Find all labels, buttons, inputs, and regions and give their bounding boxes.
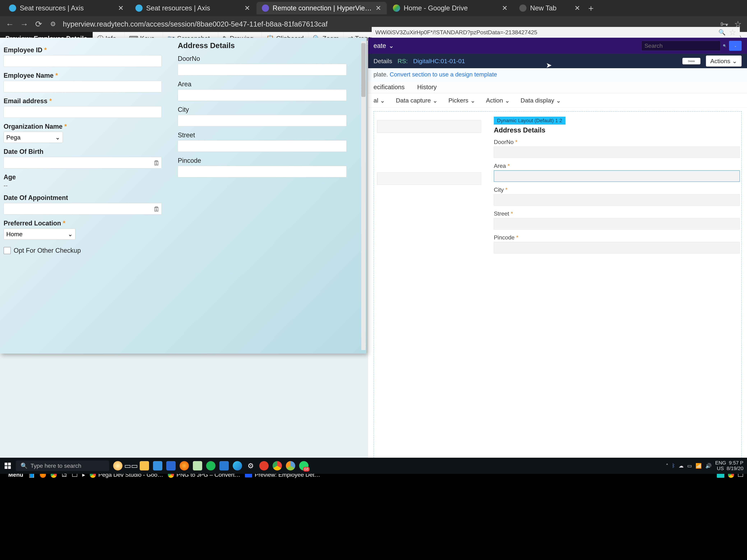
canvas-input-doorno[interactable] bbox=[494, 146, 740, 158]
favicon-blank-icon bbox=[519, 4, 526, 12]
preview-popup: Employee ID * Employee Name * Email addr… bbox=[0, 38, 366, 354]
close-icon[interactable]: ✕ bbox=[375, 5, 381, 11]
tray-chevron-icon[interactable]: ˄ bbox=[666, 463, 668, 469]
tab-hyperview[interactable]: Remote connection | HyperVie… ✕ bbox=[256, 2, 387, 15]
mail-icon[interactable] bbox=[166, 461, 176, 471]
tab-specifications[interactable]: ecifications bbox=[374, 83, 405, 91]
close-icon[interactable]: ✕ bbox=[502, 5, 508, 11]
canvas-input-pincode[interactable] bbox=[494, 242, 740, 254]
battery-icon[interactable]: ▭ bbox=[687, 463, 692, 469]
chrome-icon[interactable] bbox=[273, 461, 282, 471]
clock[interactable]: ENG 9:57 P US 8/19/20 bbox=[715, 460, 743, 471]
cloud-icon[interactable]: ☁ bbox=[678, 463, 684, 469]
search-input[interactable] bbox=[641, 41, 720, 51]
actions-button[interactable]: Actions⌄ bbox=[706, 55, 742, 66]
label-employee-id: Employee ID * bbox=[4, 46, 172, 54]
preview-scrollbar[interactable] bbox=[361, 41, 366, 350]
ruleset-id: DigitalHC:01-01-01 bbox=[413, 58, 465, 64]
wifi-icon[interactable]: 📶 bbox=[695, 463, 702, 469]
input-email[interactable] bbox=[4, 106, 162, 118]
site-info-icon[interactable]: ⚙ bbox=[49, 20, 57, 29]
studio-search: 🔍 ⌄ bbox=[641, 41, 742, 51]
settings-icon[interactable]: ⚙ bbox=[246, 461, 255, 471]
volume-icon[interactable]: 🔊 bbox=[705, 463, 712, 469]
input-city[interactable] bbox=[178, 115, 346, 126]
close-icon[interactable]: ✕ bbox=[118, 5, 124, 11]
whatsapp-icon[interactable]: 68 bbox=[299, 461, 309, 471]
vscode-icon[interactable] bbox=[220, 461, 229, 471]
input-doorno[interactable] bbox=[178, 64, 346, 75]
task-view-icon[interactable]: ▭▭ bbox=[126, 461, 136, 471]
start-button[interactable] bbox=[4, 462, 12, 470]
input-street[interactable] bbox=[178, 140, 346, 152]
reload-icon[interactable]: ⟳ bbox=[34, 20, 43, 29]
delete-button[interactable]: Delete bbox=[682, 58, 700, 64]
new-tab-button[interactable]: ＋ bbox=[587, 4, 595, 12]
tab-axis-2[interactable]: Seat resources | Axis ✕ bbox=[130, 2, 256, 15]
create-menu[interactable]: eate⌄ bbox=[374, 42, 394, 50]
scrollbar-thumb[interactable] bbox=[361, 43, 366, 97]
search-icon[interactable]: 🔍 bbox=[723, 44, 726, 48]
input-employee-name[interactable] bbox=[4, 81, 162, 92]
input-employee-id[interactable] bbox=[4, 55, 162, 67]
bookmark-star-icon[interactable]: ☆ bbox=[729, 27, 736, 37]
bluetooth-icon[interactable]: ᛒ bbox=[672, 463, 675, 469]
design-canvas[interactable]: Dynamic Layout (Default) 1 2 Address Det… bbox=[368, 108, 747, 474]
chevron-down-icon: ⌄ bbox=[68, 231, 73, 238]
checkbox-icon[interactable] bbox=[4, 247, 11, 254]
store-icon[interactable] bbox=[153, 461, 162, 471]
firefox-icon[interactable] bbox=[180, 461, 189, 471]
tab-history[interactable]: History bbox=[417, 83, 437, 91]
canvas-left-column bbox=[377, 120, 483, 224]
label-city: City bbox=[178, 106, 350, 113]
tab-label: Home - Google Drive bbox=[404, 4, 468, 12]
preview-right-column: Address Details DoorNo Area City Street … bbox=[178, 41, 350, 177]
studio-tabs: ecifications History bbox=[368, 81, 747, 93]
palette-data-capture[interactable]: Data capture ⌄ bbox=[396, 97, 438, 104]
canvas-input-city[interactable] bbox=[494, 194, 740, 206]
input-doa[interactable] bbox=[4, 203, 162, 214]
value-age: -- bbox=[4, 182, 172, 189]
canvas-input-area[interactable] bbox=[494, 170, 740, 182]
search-icon[interactable]: 🔍 bbox=[718, 29, 726, 36]
palette-data-display[interactable]: Data display ⌄ bbox=[520, 97, 561, 104]
checkbox-opt-other[interactable]: Opt For Other Checkup bbox=[4, 247, 172, 254]
calendar-icon[interactable]: 🗓 bbox=[153, 206, 160, 213]
convert-template-link[interactable]: Convert section to use a design template bbox=[390, 71, 497, 78]
calendar-icon[interactable]: 🗓 bbox=[153, 159, 160, 167]
tab-axis-1[interactable]: Seat resources | Axis ✕ bbox=[4, 2, 129, 15]
template-bar: plate. Convert section to use a design t… bbox=[368, 68, 747, 81]
back-icon[interactable]: ← bbox=[5, 20, 15, 29]
palette-al[interactable]: al ⌄ bbox=[374, 97, 385, 104]
search-go-button[interactable]: ⌄ bbox=[729, 41, 742, 51]
spotify-icon[interactable] bbox=[206, 461, 215, 471]
input-dob[interactable] bbox=[4, 157, 162, 168]
canvas-input-placeholder[interactable] bbox=[377, 120, 481, 133]
studio-subheader: Details RS: DigitalHC:01-01-01 Delete Ac… bbox=[368, 54, 747, 68]
app-icon[interactable] bbox=[193, 461, 202, 471]
system-tray: ˄ ᛒ ☁ ▭ 📶 🔊 ENG 9:57 P US 8/19/20 bbox=[666, 460, 743, 471]
tab-newtab[interactable]: New Tab ✕ bbox=[514, 2, 586, 15]
studio-url-text: WWi0iSV3ZuXirHp0F*/!STANDARD?pzPostData=… bbox=[375, 29, 537, 36]
tab-drive[interactable]: Home - Google Drive ✕ bbox=[387, 2, 513, 15]
palette-pickers[interactable]: Pickers ⌄ bbox=[448, 97, 475, 104]
explorer-icon[interactable] bbox=[140, 461, 149, 471]
chrome-canary-icon[interactable] bbox=[286, 461, 295, 471]
weather-icon[interactable] bbox=[113, 461, 123, 471]
input-pincode[interactable] bbox=[178, 166, 346, 177]
select-organization[interactable]: Pega⌄ bbox=[4, 132, 63, 143]
palette-action[interactable]: Action ⌄ bbox=[486, 97, 510, 104]
close-icon[interactable]: ✕ bbox=[574, 5, 581, 11]
select-location[interactable]: Home⌄ bbox=[4, 229, 75, 240]
wps-icon[interactable] bbox=[259, 461, 268, 471]
forward-icon[interactable]: → bbox=[20, 20, 29, 29]
input-area[interactable] bbox=[178, 89, 346, 101]
label-age: Age bbox=[4, 174, 172, 181]
dynamic-layout-tag[interactable]: Dynamic Layout (Default) 1 2 bbox=[494, 117, 565, 125]
edge-icon[interactable] bbox=[233, 461, 242, 471]
taskbar-search[interactable]: 🔍 Type here to search bbox=[16, 460, 109, 471]
canvas-field-area: Area * bbox=[494, 163, 740, 169]
close-icon[interactable]: ✕ bbox=[244, 5, 250, 11]
canvas-input-street[interactable] bbox=[494, 218, 740, 230]
canvas-input-placeholder[interactable] bbox=[377, 172, 481, 185]
